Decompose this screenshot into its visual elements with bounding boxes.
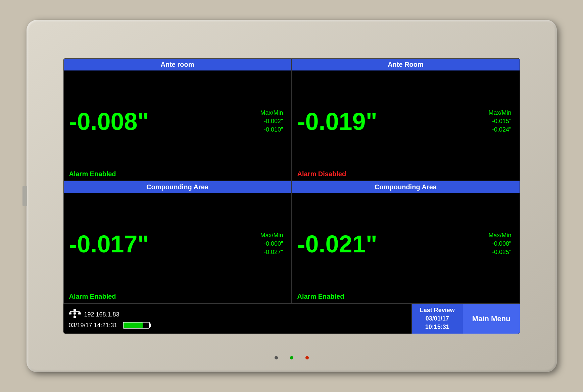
cell-bottom-left-content: -0.017" Max/Min -0.000" -0.027" Alarm En… xyxy=(64,193,291,303)
last-review-time: 10:15:31 xyxy=(425,323,449,331)
svg-rect-3 xyxy=(78,312,81,314)
cell-bottom-right-alarm: Alarm Enabled xyxy=(292,291,520,303)
cell-bottom-left-value: -0.017" xyxy=(69,230,260,258)
last-review-box: Last Review 03/01/17 10:15:31 xyxy=(412,304,463,334)
svg-rect-0 xyxy=(74,309,76,311)
cell-bottom-left-body: -0.017" Max/Min -0.000" -0.027" xyxy=(64,193,291,291)
main-grid: Ante room -0.008" Max/Min -0.002" -0.010… xyxy=(63,58,520,303)
cell-top-left-maxmin-label: Max/Min xyxy=(260,109,283,116)
cell-top-right-maxmin: Max/Min -0.015" -0.024" xyxy=(488,109,514,134)
cell-bottom-right-max: -0.008" xyxy=(492,240,511,247)
cell-bottom-left-maxmin-label: Max/Min xyxy=(260,232,283,239)
cell-bottom-right-maxmin: Max/Min -0.008" -0.025" xyxy=(488,231,514,257)
svg-rect-4 xyxy=(74,316,76,318)
svg-rect-1 xyxy=(69,312,71,314)
dot-2-green xyxy=(290,356,293,359)
cell-bottom-right-value: -0.021" xyxy=(297,230,489,258)
cell-bottom-right-body: -0.021" Max/Min -0.008" -0.025" xyxy=(292,193,520,291)
cell-bottom-right-content: -0.021" Max/Min -0.008" -0.025" Alarm En… xyxy=(292,193,520,303)
cell-top-left-body: -0.008" Max/Min -0.002" -0.010" xyxy=(64,70,291,169)
cell-top-right-min: -0.024" xyxy=(492,126,511,133)
screen-bezel: Ante room -0.008" Max/Min -0.002" -0.010… xyxy=(63,58,520,334)
battery-bar xyxy=(123,322,150,329)
status-ip-row: 192.168.1.83 xyxy=(69,309,406,321)
cell-top-right-content: -0.019" Max/Min -0.015" -0.024" Alarm Di… xyxy=(292,70,520,181)
side-button[interactable] xyxy=(22,186,27,206)
dot-3-red xyxy=(305,356,309,359)
cell-bottom-right-min: -0.025" xyxy=(492,249,511,255)
cell-bottom-left: Compounding Area -0.017" Max/Min -0.000"… xyxy=(63,181,292,303)
cell-top-left: Ante room -0.008" Max/Min -0.002" -0.010… xyxy=(63,58,292,181)
status-datetime-row: 03/19/17 14:21:31 xyxy=(69,322,406,329)
network-icon xyxy=(69,309,81,321)
cell-bottom-left-max: -0.000" xyxy=(264,240,283,247)
indicator-dots xyxy=(275,356,309,359)
cell-top-right-alarm: Alarm Disabled xyxy=(292,169,520,181)
device-outer: Ante room -0.008" Max/Min -0.002" -0.010… xyxy=(27,20,557,372)
dot-1 xyxy=(275,356,278,359)
cell-bottom-left-maxmin: Max/Min -0.000" -0.027" xyxy=(260,231,286,257)
cell-top-left-content: -0.008" Max/Min -0.002" -0.010" Alarm En… xyxy=(64,70,291,181)
cell-top-right: Ante Room -0.019" Max/Min -0.015" -0.024… xyxy=(292,58,520,181)
cell-bottom-right-maxmin-label: Max/Min xyxy=(488,232,511,239)
cell-top-left-maxmin: Max/Min -0.002" -0.010" xyxy=(260,109,286,134)
svg-rect-2 xyxy=(74,312,76,314)
ip-address: 192.168.1.83 xyxy=(84,311,119,318)
cell-top-right-body: -0.019" Max/Min -0.015" -0.024" xyxy=(292,70,520,169)
cell-bottom-left-alarm: Alarm Enabled xyxy=(64,291,291,303)
battery-outer xyxy=(123,322,150,329)
cell-top-right-maxmin-label: Max/Min xyxy=(488,109,511,116)
cell-top-left-value: -0.008" xyxy=(69,108,260,135)
cell-top-right-value: -0.019" xyxy=(297,108,489,135)
main-menu-label: Main Menu xyxy=(472,314,511,323)
cell-bottom-left-header: Compounding Area xyxy=(64,181,291,193)
datetime-text: 03/19/17 14:21:31 xyxy=(69,322,117,329)
battery-fill xyxy=(124,323,143,328)
cell-top-right-max: -0.015" xyxy=(492,118,511,125)
last-review-label: Last Review xyxy=(420,306,455,314)
status-right: Last Review 03/01/17 10:15:31 Main Menu xyxy=(412,304,520,334)
main-menu-button[interactable]: Main Menu xyxy=(463,304,520,334)
cell-top-left-header: Ante room xyxy=(64,59,291,70)
cell-bottom-left-min: -0.027" xyxy=(264,249,283,255)
cell-top-right-header: Ante Room xyxy=(292,59,520,70)
cell-top-left-alarm: Alarm Enabled xyxy=(64,169,291,181)
cell-bottom-right-header: Compounding Area xyxy=(292,181,520,193)
status-bar: 192.168.1.83 03/19/17 14:21:31 Last Revi… xyxy=(63,303,520,334)
cell-top-left-min: -0.010" xyxy=(264,126,283,133)
cell-bottom-right: Compounding Area -0.021" Max/Min -0.008"… xyxy=(292,181,520,303)
status-left: 192.168.1.83 03/19/17 14:21:31 xyxy=(63,304,412,334)
cell-top-left-max: -0.002" xyxy=(264,118,283,125)
last-review-date: 03/01/17 xyxy=(426,314,449,323)
